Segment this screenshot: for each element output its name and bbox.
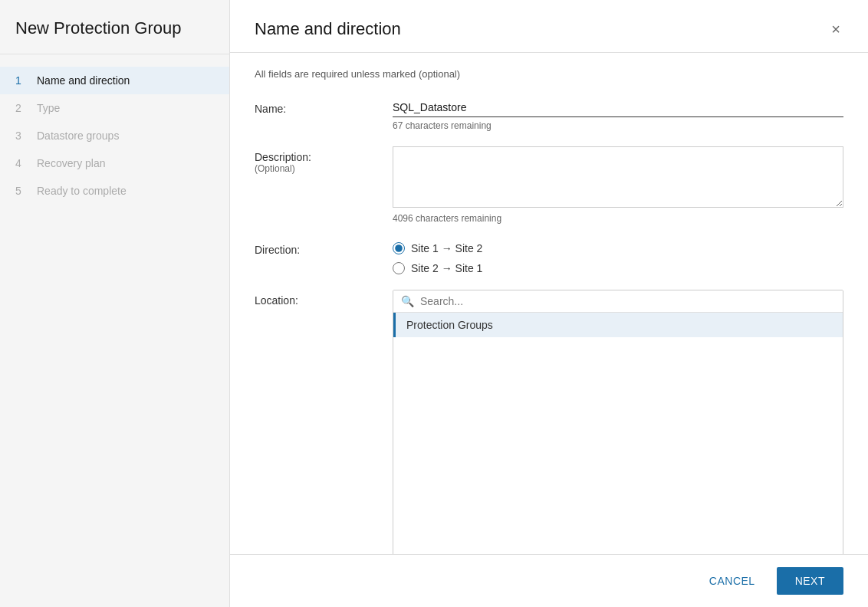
description-label: Description: (Optional) xyxy=(255,146,393,174)
step-label-2: Type xyxy=(37,102,60,114)
radio-group: Site 1 → Site 2 Site 2 → Site 1 xyxy=(393,239,843,274)
step-num-3: 3 xyxy=(15,130,28,142)
sidebar-steps: 1 Name and direction 2 Type 3 Datastore … xyxy=(0,54,229,217)
step-num-1: 1 xyxy=(15,74,28,87)
step-label-5: Ready to complete xyxy=(37,185,127,197)
step-label-4: Recovery plan xyxy=(37,157,106,169)
sidebar-step-2[interactable]: 2 Type xyxy=(0,94,229,122)
sidebar-title: New Protection Group xyxy=(0,0,229,54)
location-tree: Protection Groups xyxy=(393,313,843,554)
next-button[interactable]: NEXT xyxy=(777,567,843,595)
direction-radio-1[interactable] xyxy=(393,242,405,254)
close-button[interactable]: × xyxy=(828,18,843,40)
direction-field: Site 1 → Site 2 Site 2 → Site 1 xyxy=(393,239,843,274)
step-num-5: 5 xyxy=(15,185,28,197)
description-char-count: 4096 characters remaining xyxy=(393,213,843,224)
footer: CANCEL NEXT xyxy=(230,554,868,607)
sidebar: New Protection Group 1 Name and directio… xyxy=(0,0,230,607)
cancel-button[interactable]: CANCEL xyxy=(697,569,768,593)
location-label: Location: xyxy=(255,290,393,307)
description-field: 4096 characters remaining xyxy=(393,146,843,224)
direction-option-1[interactable]: Site 1 → Site 2 xyxy=(393,242,843,254)
step-label-3: Datastore groups xyxy=(37,130,119,142)
step-label-1: Name and direction xyxy=(37,74,130,87)
sidebar-step-5[interactable]: 5 Ready to complete xyxy=(0,177,229,205)
name-row: Name: 67 characters remaining xyxy=(255,98,843,131)
direction-label-1: Site 1 → Site 2 xyxy=(411,242,482,254)
step-num-2: 2 xyxy=(15,102,28,114)
name-label: Name: xyxy=(255,98,393,115)
location-row: Location: 🔍 Protection Groups xyxy=(255,290,843,554)
direction-row: Direction: Site 1 → Site 2 Site 2 → Site… xyxy=(255,239,843,274)
location-item-protection-groups[interactable]: Protection Groups xyxy=(393,313,843,337)
name-input[interactable] xyxy=(393,98,843,117)
sidebar-step-1[interactable]: 1 Name and direction xyxy=(0,67,229,94)
location-box: 🔍 Protection Groups xyxy=(393,290,843,554)
direction-radio-2[interactable] xyxy=(393,262,405,274)
dialog: New Protection Group 1 Name and directio… xyxy=(0,0,868,607)
direction-label-2: Site 2 → Site 1 xyxy=(411,262,482,274)
description-row: Description: (Optional) 4096 characters … xyxy=(255,146,843,224)
main-title: Name and direction xyxy=(255,19,401,39)
sidebar-step-4[interactable]: 4 Recovery plan xyxy=(0,149,229,177)
direction-option-2[interactable]: Site 2 → Site 1 xyxy=(393,262,843,274)
name-field: 67 characters remaining xyxy=(393,98,843,131)
required-note: All fields are required unless marked (o… xyxy=(255,68,843,80)
direction-label: Direction: xyxy=(255,239,393,256)
step-num-4: 4 xyxy=(15,157,28,169)
sidebar-step-3[interactable]: 3 Datastore groups xyxy=(0,122,229,149)
main-header: Name and direction × xyxy=(230,0,868,53)
location-field: 🔍 Protection Groups xyxy=(393,290,843,554)
main-body: All fields are required unless marked (o… xyxy=(230,53,868,554)
location-search-input[interactable] xyxy=(420,295,835,307)
description-textarea[interactable] xyxy=(393,146,843,208)
description-optional: (Optional) xyxy=(255,163,393,174)
main-content: Name and direction × All fields are requ… xyxy=(230,0,868,607)
name-char-count: 67 characters remaining xyxy=(393,120,843,131)
search-icon: 🔍 xyxy=(401,295,414,307)
location-search-bar: 🔍 xyxy=(393,290,843,313)
